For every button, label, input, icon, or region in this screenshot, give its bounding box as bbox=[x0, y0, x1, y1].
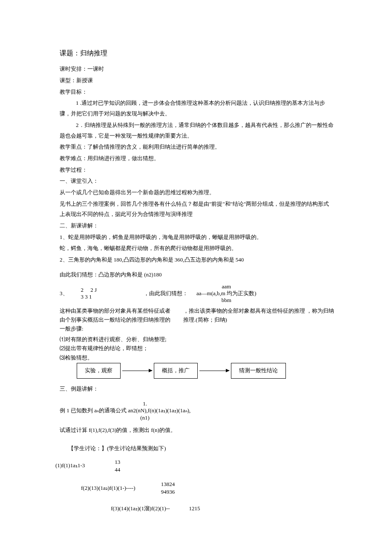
calc2-right: 13824 94936 bbox=[161, 480, 175, 496]
calc-line-2: f(2)(13)(1a₂)f(1)(1-)----) 13824 94936 bbox=[60, 480, 334, 496]
goal-1: 1 .通过对已学知识的回顾，进一步体会合情推理这种基本的分析问题法，认识归纳推理… bbox=[60, 98, 334, 119]
section2-p1: 1、蛇是用肺呼吸的，鳄鱼是用肺呼吸的，海龟是用肺呼吸的，蜥蜴是用肺呼吸的。 bbox=[60, 232, 334, 243]
section2-p2: 蛇，鳄鱼，海龟，蜥蜴都是爬行动物，所有的爬行动物都是用肺呼吸的。 bbox=[60, 243, 334, 254]
frac-right-bot: bbm bbox=[196, 297, 256, 304]
calc2-r1: 13824 bbox=[161, 480, 175, 488]
fraction-row: 3、 2 2 J 3 3 1 ，由此我们猜想： aam aa—m(a,b,m 均… bbox=[60, 283, 334, 303]
frac-right-top: aam bbox=[196, 283, 256, 290]
flowchart: 实验，观察 概括，推广 猜测一般性结论 bbox=[77, 363, 334, 379]
section1-p1: 从一个或几个已知命题得出另一个新命题的思维过程称为推理。 bbox=[60, 187, 334, 198]
fraction-right: aam aa—m(a,b,m 均为正实数) bbm bbox=[196, 283, 256, 303]
calc3-left: f(3)(14)(1a₂)(1溜)f(2)(1)-- bbox=[111, 503, 170, 514]
arrow-icon bbox=[199, 371, 229, 371]
calc-line-3: f(3)(14)(1a₂)(1溜)f(2)(1)-- 1215 bbox=[60, 503, 334, 514]
fraction-left: 2 2 J 3 3 1 bbox=[81, 287, 97, 300]
calc2-r2: 94936 bbox=[161, 488, 175, 496]
type-line: 课型：新授课 bbox=[60, 75, 334, 86]
ex1-p2: 试通过计算 f(1),f(2),f(3)的值，推测出 f(n)的值。 bbox=[60, 425, 334, 436]
frac-left-bot: 3 3 1 bbox=[81, 293, 97, 300]
calc1-left: (1)f(1)1a₁1-3 bbox=[55, 460, 85, 471]
schedule-line: 课时安排：一课时 bbox=[60, 64, 334, 75]
ex1-sub: (n1) bbox=[64, 414, 226, 422]
flow-box-2: 概括，推广 bbox=[154, 363, 198, 379]
step-1: ⑴对有限的资料进行观察、分析、归纳整理; bbox=[60, 335, 334, 344]
example-1: 1. 例 1 已知数列 aₙ的通项公式 an2(nN),f(n)(1a₁)(1a… bbox=[60, 400, 334, 422]
calc2-left: f(2)(13)(1a₂)f(1)(1-)----) bbox=[81, 483, 135, 494]
process-heading: 教学过程： bbox=[60, 165, 334, 175]
fraction-mid-text: ，由此我们猜想： bbox=[144, 288, 188, 299]
calc1-r1: 13 bbox=[115, 458, 120, 466]
calc-line-1: (1)f(1)1a₁1-3 13 44 bbox=[60, 458, 334, 474]
definition-right: ，推出该类事物的全部对象都具有这些特征的推理 ，称为归纳推理.(简称；归纳) bbox=[183, 307, 334, 333]
definition-block: 这种由某类事物的部分对象具有某些特征或者由个别事实概括出一般结论的推理归纳推理的… bbox=[60, 307, 334, 333]
fraction-prefix: 3、 bbox=[60, 288, 68, 299]
key-point: 教学重点：了解合情推理的含义，能利用归纳法进行简单的推理。 bbox=[60, 142, 334, 152]
section2-title: 二、新课讲解： bbox=[60, 221, 334, 231]
frac-right-mid: aa—m(a,b,m 均为正实数) bbox=[196, 290, 256, 297]
step-3: ⑶检验猜想。 bbox=[60, 354, 334, 362]
difficulty: 教学难点：用归纳进行推理，做出猜想。 bbox=[60, 153, 334, 164]
flow-box-3: 猜测一般性结论 bbox=[231, 363, 286, 379]
goal-heading: 教学目标： bbox=[60, 87, 334, 98]
section2-p3: 2、三角形的内角和是 180,凸四边形的内角和是 360,凸五边形的内角和是 5… bbox=[60, 255, 334, 265]
goal-2: 2．归纳推理是从特殊到一般的推理方法，通常归纳的个体数目越多，越具有代表性，那么… bbox=[60, 120, 334, 141]
section2-p4: 由此我们猜想：凸边形的内角和是 (n2)180 bbox=[60, 270, 334, 280]
section1-p2: 见书上的三个推理案例，回答几个推理各有什么特点？都是由"前提"和"结论"两部分组… bbox=[60, 199, 334, 220]
frac-left-top: 2 2 J bbox=[81, 287, 97, 293]
ex1-top: 1. bbox=[64, 400, 226, 408]
calc3-right: 1215 bbox=[189, 503, 200, 514]
flow-box-1: 实验，观察 bbox=[77, 363, 121, 379]
definition-left: 这种由某类事物的部分对象具有某些特征或者由个别事实概括出一般结论的推理归纳推理的… bbox=[60, 307, 175, 333]
page-title: 课题：归纳推理 bbox=[60, 47, 334, 60]
calc1-right: 13 44 bbox=[115, 458, 120, 474]
calc1-r2: 44 bbox=[115, 466, 120, 474]
student-discussion: 【学生讨论：】(学生讨论结果预测如下) bbox=[60, 443, 334, 454]
arrow-icon bbox=[122, 371, 152, 371]
step-2: ⑵提出带有规律性的结论，即猜想； bbox=[60, 344, 334, 353]
section1-title: 一、课堂引入： bbox=[60, 176, 334, 187]
ex1-main: 例 1 已知数列 aₙ的通项公式 an2(nN),f(n)(1a₁)(1a₂)(… bbox=[60, 407, 190, 414]
section3-title: 三、例题讲解： bbox=[60, 384, 334, 394]
